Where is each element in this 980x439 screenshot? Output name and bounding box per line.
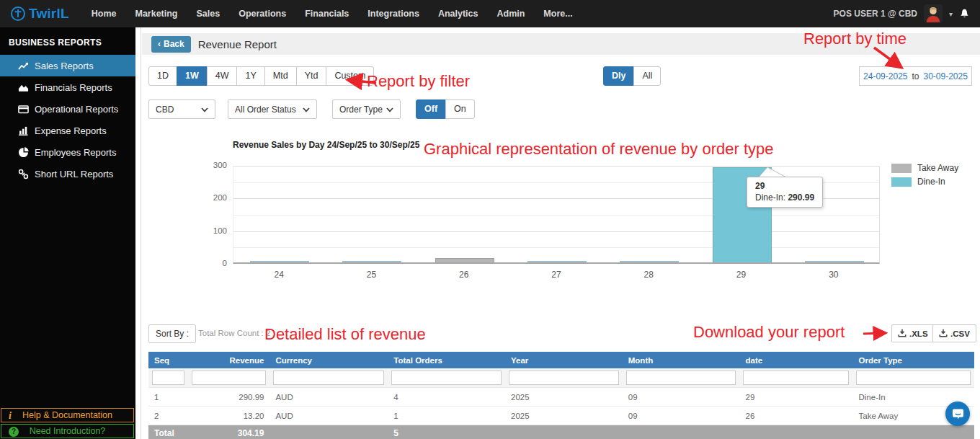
question-icon: ? — [9, 426, 19, 437]
filter-cell — [148, 368, 188, 388]
column-header-revenue: Revenue — [188, 352, 270, 368]
notifications-bell-icon[interactable] — [959, 8, 970, 19]
range-button-mtd[interactable]: Mtd — [264, 66, 297, 86]
avatar[interactable] — [924, 4, 943, 23]
legend-item-take-away[interactable]: Take Away — [891, 163, 958, 173]
bar-zero-25[interactable] — [342, 261, 401, 262]
switch-button-on[interactable]: On — [445, 99, 475, 119]
tooltip-category: 29 — [755, 181, 814, 191]
sidebar-item-expense-reports[interactable]: Expense Reports — [0, 120, 135, 141]
chevron-down-icon[interactable]: ▾ — [949, 10, 953, 18]
table-total-row: Total304.195 — [148, 425, 974, 439]
help-documentation-label: Help & Documentation — [22, 410, 112, 420]
bar-take-away-26[interactable] — [435, 258, 494, 262]
location-select[interactable]: CBD — [148, 99, 215, 119]
sort-by-button[interactable]: Sort By : — [148, 324, 196, 343]
annotation-chart: Graphical representation of revenue by o… — [424, 140, 774, 159]
table-filter-row — [148, 368, 974, 388]
cell: 290.99 — [188, 388, 270, 407]
help-documentation-link[interactable]: i Help & Documentation — [1, 408, 134, 422]
sidebar-item-short-url-reports[interactable]: Short URL Reports — [0, 163, 135, 185]
column-filter-input-currency[interactable] — [273, 371, 384, 385]
y-tick-label: 100 — [202, 226, 227, 235]
app-root: TwirlL HomeMarketingSalesOperationsFinan… — [0, 0, 980, 439]
need-introduction-link[interactable]: ? Need Introduction? — [1, 424, 134, 438]
range-button-1d[interactable]: 1D — [148, 66, 177, 86]
cell: 29 — [739, 388, 852, 407]
filter-cell — [505, 368, 623, 388]
nav-item-marketing[interactable]: Marketing — [125, 9, 187, 19]
back-button[interactable]: ‹ Back — [151, 36, 191, 53]
gridline-50 — [233, 247, 879, 248]
column-filter-input-seq[interactable] — [152, 371, 184, 385]
gridline-150 — [233, 215, 879, 216]
link-icon — [18, 169, 29, 179]
sidebar-items: Sales ReportsFinancials ReportsOperation… — [0, 55, 135, 185]
sidebar-item-sales-reports[interactable]: Sales Reports — [0, 55, 135, 76]
filter-cell — [739, 368, 852, 388]
column-header-year: Year — [505, 352, 623, 368]
top-navbar: TwirlL HomeMarketingSalesOperationsFinan… — [0, 0, 980, 27]
total-cell: Total — [148, 425, 188, 439]
total-cell — [623, 425, 740, 439]
column-filter-input-order-type[interactable] — [856, 371, 971, 385]
table-header-row: SeqRevenueCurrencyTotal OrdersYearMonthd… — [148, 352, 974, 368]
column-header-currency: Currency — [270, 352, 388, 368]
sidebar-item-operational-reports[interactable]: Operational Reports — [0, 98, 135, 120]
table-row: 213.20AUD120250926Take Away — [148, 407, 974, 425]
column-filter-input-total-orders[interactable] — [391, 371, 502, 385]
sidebar-item-financials-reports[interactable]: Financials Reports — [0, 76, 135, 98]
range-filter-group: 1D1W4W1YMtdYtdCustom — [148, 66, 374, 86]
nav-item-home[interactable]: Home — [82, 9, 126, 19]
bar-zero-30[interactable] — [805, 261, 864, 262]
y-tick-label: 200 — [202, 193, 227, 202]
bar-zero-27[interactable] — [527, 261, 587, 262]
nav-item-analytics[interactable]: Analytics — [429, 9, 488, 19]
order-status-select[interactable]: All Order Status — [228, 99, 317, 119]
date-to-field[interactable]: 30-09-2025 — [924, 71, 968, 81]
filter-cell — [623, 368, 740, 388]
sidebar-divider — [135, 27, 141, 439]
range-button-4w[interactable]: 4W — [207, 66, 238, 86]
cell: 1 — [388, 407, 505, 425]
chat-launcher-button[interactable] — [945, 402, 970, 426]
column-filter-input-revenue[interactable] — [192, 371, 266, 385]
legend-item-dine-in[interactable]: Dine-In — [891, 177, 958, 187]
legend-swatch — [891, 164, 912, 173]
column-filter-input-month[interactable] — [626, 371, 736, 385]
legend-label: Dine-In — [917, 177, 945, 187]
range-button-1w[interactable]: 1W — [177, 66, 208, 86]
bar-zero-28[interactable] — [620, 261, 679, 262]
sidebar-item-employees-reports[interactable]: Employees Reports — [0, 141, 135, 163]
column-header-seq: Seq — [148, 352, 188, 368]
column-filter-input-date[interactable] — [743, 371, 849, 385]
order-type-select[interactable]: Order Type — [332, 99, 401, 119]
cell: 4 — [388, 388, 505, 407]
chart-legend: Take AwayDine-In — [891, 163, 958, 190]
granularity-button-all[interactable]: All — [633, 66, 661, 86]
nav-item-operations[interactable]: Operations — [229, 9, 295, 19]
export-csv-button[interactable]: .CSV — [932, 324, 976, 342]
nav-item-more[interactable]: More... — [534, 9, 582, 19]
nav-item-sales[interactable]: Sales — [187, 9, 230, 19]
user-menu-label[interactable]: POS USER 1 @ CBD — [834, 9, 917, 19]
nav-item-integrations[interactable]: Integrations — [358, 9, 429, 19]
chevron-down-icon — [303, 105, 310, 115]
sidebar-item-label: Short URL Reports — [35, 169, 113, 179]
tooltip-series: Dine-In: — [755, 192, 785, 203]
range-button-ytd[interactable]: Ytd — [296, 66, 327, 86]
date-from-field[interactable]: 24-09-2025 — [863, 71, 907, 81]
switch-button-off[interactable]: Off — [416, 99, 446, 119]
granularity-button-dly[interactable]: Dly — [603, 66, 634, 86]
x-tick-label: 30 — [788, 270, 880, 280]
export-xls-button[interactable]: .XLS — [891, 324, 935, 342]
annotation-download: Download your report — [693, 323, 845, 342]
column-filter-input-year[interactable] — [509, 371, 619, 385]
nav-item-financials[interactable]: Financials — [295, 9, 358, 19]
date-range-picker: 24-09-2025 to 30-09-2025 — [859, 66, 972, 86]
nav-item-admin[interactable]: Admin — [487, 9, 534, 19]
bar-zero-24[interactable] — [250, 261, 309, 262]
cell: AUD — [270, 407, 388, 425]
range-button-1y[interactable]: 1Y — [236, 66, 264, 86]
brand-logo[interactable]: TwirlL — [10, 6, 69, 22]
